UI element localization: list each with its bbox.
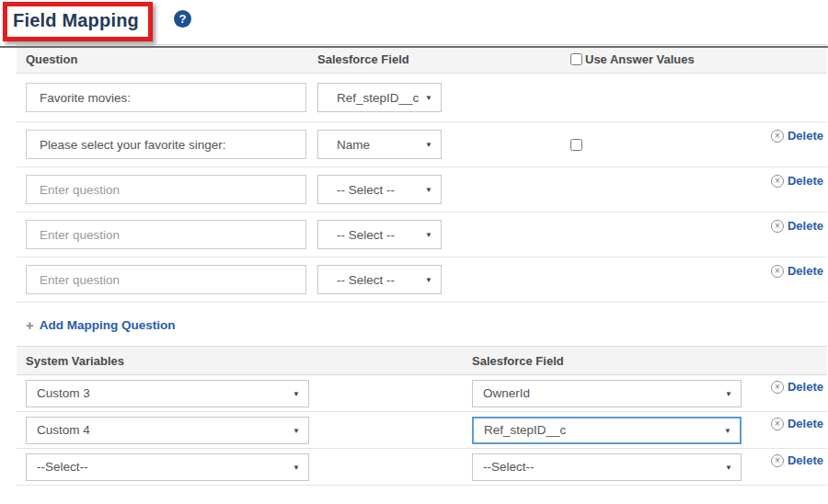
column-header-system-variables: System Variables — [17, 354, 472, 368]
page-title: Field Mapping — [13, 10, 139, 31]
column-header-salesforce-field: Salesforce Field — [472, 354, 827, 368]
column-header-salesforce-field: Salesforce Field — [317, 52, 570, 66]
question-row: Name ▼ × Delete — [17, 122, 827, 167]
selected-field-value: -- Select -- — [337, 228, 395, 242]
system-variable-row: Custom 4 ▼ Ref_stepID__c ▼ × Delete — [17, 412, 827, 449]
system-variable-row: Custom 3 ▼ OwnerId ▼ × Delete — [17, 375, 827, 412]
question-row: -- Select -- ▼ × Delete — [17, 258, 827, 303]
question-table-header: Question Salesforce Field Use Answer Val… — [17, 44, 827, 74]
selected-field-value: -- Select -- — [337, 183, 395, 197]
question-input[interactable] — [26, 220, 306, 249]
delete-circle-x-icon: × — [771, 220, 784, 233]
help-icon[interactable]: ? — [174, 10, 191, 28]
question-row: -- Select -- ▼ × Delete — [17, 212, 827, 258]
field-mapping-page: Field Mapping ? Question Salesforce Fiel… — [0, 0, 828, 504]
chevron-down-icon: ▼ — [425, 186, 432, 194]
salesforce-field-select[interactable]: Name ▼ — [317, 130, 442, 159]
chevron-down-icon: ▼ — [425, 231, 432, 239]
delete-label: Delete — [788, 264, 823, 278]
delete-label: Delete — [788, 453, 823, 467]
delete-label: Delete — [788, 380, 823, 394]
chevron-down-icon: ▼ — [725, 463, 732, 471]
delete-label: Delete — [788, 417, 823, 430]
use-answer-values-row-checkbox[interactable] — [570, 139, 582, 151]
system-variable-select[interactable]: Custom 3 ▼ — [26, 380, 309, 407]
add-mapping-question-label: Add Mapping Question — [40, 318, 176, 332]
delete-row-link[interactable]: × Delete — [771, 174, 823, 188]
delete-row-link[interactable]: × Delete — [771, 417, 823, 430]
selected-field-value: Name — [337, 138, 370, 152]
salesforce-field-select[interactable]: -- Select -- ▼ — [317, 265, 442, 294]
delete-circle-x-icon: × — [771, 130, 784, 143]
chevron-down-icon: ▼ — [293, 389, 300, 397]
column-header-question: Question — [17, 52, 317, 66]
title-divider — [0, 46, 828, 48]
delete-label: Delete — [788, 219, 823, 233]
delete-row-link[interactable]: × Delete — [771, 380, 823, 394]
question-input[interactable] — [26, 130, 306, 159]
chevron-down-icon: ▼ — [724, 426, 731, 434]
delete-circle-x-icon: × — [771, 175, 784, 188]
delete-row-link[interactable]: × Delete — [771, 219, 823, 233]
use-answer-values-checkbox[interactable] — [570, 53, 582, 65]
system-variables-table: System Variables Salesforce Field Custom… — [17, 346, 827, 486]
delete-circle-x-icon: × — [771, 381, 784, 394]
selected-field-value: -- Select -- — [337, 273, 395, 287]
salesforce-field-select[interactable]: --Select-- ▼ — [472, 453, 742, 481]
add-mapping-question-link[interactable]: + Add Mapping Question — [26, 317, 828, 333]
annotation-highlight-box: Field Mapping — [3, 2, 153, 41]
system-variable-row: --Select-- ▼ --Select-- ▼ × Delete — [17, 449, 827, 486]
column-header-use-answer-values: Use Answer Values — [585, 52, 695, 66]
question-input[interactable] — [26, 175, 306, 204]
delete-label: Delete — [788, 174, 823, 188]
chevron-down-icon: ▼ — [725, 389, 732, 397]
delete-row-link[interactable]: × Delete — [771, 264, 823, 278]
title-row: Field Mapping ? — [0, 0, 828, 44]
selected-field-value: Ref_stepID__c — [337, 91, 419, 105]
selected-variable-value: --Select-- — [37, 460, 88, 474]
question-input[interactable] — [26, 265, 306, 294]
selected-field-value: Ref_stepID__c — [484, 423, 566, 437]
chevron-down-icon: ▼ — [425, 276, 432, 284]
chevron-down-icon: ▼ — [293, 426, 300, 434]
system-table-header: System Variables Salesforce Field — [17, 346, 827, 375]
delete-circle-x-icon: × — [771, 265, 784, 278]
delete-row-link[interactable]: × Delete — [771, 129, 823, 143]
chevron-down-icon: ▼ — [425, 141, 432, 149]
question-input[interactable] — [26, 83, 306, 112]
question-row: Ref_stepID__c ▼ — [17, 74, 827, 122]
salesforce-field-select[interactable]: OwnerId ▼ — [472, 380, 742, 407]
system-variable-select[interactable]: --Select-- ▼ — [26, 453, 309, 481]
plus-icon: + — [26, 317, 34, 333]
selected-variable-value: Custom 3 — [37, 386, 90, 400]
delete-circle-x-icon: × — [771, 418, 784, 430]
delete-label: Delete — [788, 129, 823, 143]
salesforce-field-select-focused[interactable]: Ref_stepID__c ▼ — [472, 417, 742, 444]
chevron-down-icon: ▼ — [425, 94, 432, 102]
delete-row-link[interactable]: × Delete — [771, 453, 823, 467]
selected-variable-value: Custom 4 — [37, 423, 90, 437]
salesforce-field-select[interactable]: Ref_stepID__c ▼ — [317, 83, 442, 112]
selected-field-value: OwnerId — [483, 386, 530, 400]
question-row: -- Select -- ▼ × Delete — [17, 167, 827, 212]
system-variable-select[interactable]: Custom 4 ▼ — [26, 417, 309, 444]
salesforce-field-select[interactable]: -- Select -- ▼ — [317, 175, 442, 204]
question-mapping-table: Question Salesforce Field Use Answer Val… — [17, 44, 827, 303]
chevron-down-icon: ▼ — [293, 463, 300, 471]
delete-circle-x-icon: × — [771, 454, 784, 467]
selected-field-value: --Select-- — [483, 460, 535, 474]
salesforce-field-select[interactable]: -- Select -- ▼ — [317, 220, 442, 249]
